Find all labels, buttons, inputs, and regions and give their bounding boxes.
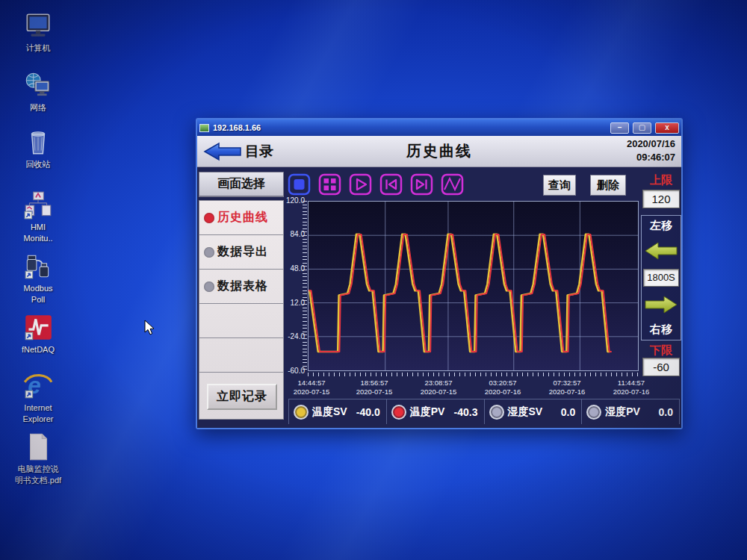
radio-dot-icon — [204, 213, 214, 223]
window-app-icon — [199, 124, 209, 132]
desktop-icon-fnetdaq[interactable]: fNetDAQ — [6, 312, 70, 355]
humidity-sv-swatch-icon — [489, 405, 504, 420]
legend-item-humidity-pv[interactable]: 湿度PV 0.0 — [582, 399, 680, 424]
internet-explorer-icon: e — [22, 370, 54, 402]
desktop-icon-label: 电脑监控说 — [18, 464, 59, 474]
legend-value: 0.0 — [561, 406, 575, 418]
legend-label: 湿度SV — [508, 405, 543, 419]
time-text: 09:46:07 — [627, 151, 675, 164]
desktop-icon-label2: 明书文档.pdf — [15, 476, 61, 485]
x-tick-label: 18:56:572020-07-15 — [344, 379, 404, 396]
desktop-icon-label: HMI — [31, 223, 46, 232]
desktop-icon-label: Internet — [24, 403, 52, 413]
sidebar-panel: 历史曲线 数据导出 数据表格 立即记录 — [199, 200, 284, 420]
sidebar-item-data-table[interactable]: 数据表格 — [199, 270, 283, 304]
upper-limit-value[interactable]: 120 — [642, 190, 680, 208]
sidebar-empty-row — [199, 304, 283, 338]
legend-label: 温度SV — [312, 405, 347, 419]
desktop-icon-recycle-bin[interactable]: 回收站 — [6, 127, 70, 169]
trend-chart-plot[interactable] — [308, 201, 639, 371]
computer-icon — [22, 10, 54, 42]
radio-dot-icon — [204, 247, 214, 258]
upper-limit-label: 上限 — [641, 173, 681, 187]
pan-left-label: 左移 — [650, 219, 672, 233]
query-button[interactable]: 查询 — [543, 175, 576, 196]
legend-item-temp-sv[interactable]: 温度SV -40.0 — [288, 399, 387, 424]
hmi-header: 目录 历史曲线 2020/07/16 09:46:07 — [197, 136, 681, 167]
pan-interval-value[interactable]: 1800S — [643, 269, 679, 287]
minimize-button[interactable]: – — [610, 122, 629, 134]
network-icon — [22, 70, 54, 102]
desktop-icon-label: 计算机 — [26, 43, 51, 53]
x-tick-label: 11:44:572020-07-16 — [601, 379, 661, 396]
legend-value: 0.0 — [659, 406, 673, 418]
temp-sv-swatch-icon — [294, 405, 309, 420]
grid-view-icon[interactable] — [318, 173, 341, 196]
trend-curves — [309, 202, 638, 370]
window-titlebar[interactable]: 192.168.1.66 – ▢ x — [197, 119, 681, 136]
chart-toolbar — [288, 173, 464, 196]
window-title: 192.168.1.66 — [213, 123, 607, 132]
pan-right-arrow-icon[interactable] — [644, 295, 678, 314]
x-tick-label: 03:20:572020-07-16 — [473, 379, 533, 396]
sidebar-item-label: 历史曲线 — [217, 210, 268, 225]
hmi-monitor-icon — [22, 190, 54, 221]
sidebar-item-label: 数据表格 — [217, 279, 268, 294]
fnetdaq-icon — [22, 312, 54, 343]
stop-display-icon[interactable] — [288, 173, 311, 196]
y-tick-label: -24.0 — [272, 332, 305, 340]
y-tick-label: 48.0 — [272, 264, 305, 273]
x-tick-label: 23:08:572020-07-15 — [409, 379, 468, 396]
x-axis-tick-ruler — [308, 373, 639, 376]
desktop-icon-hmi-monitor[interactable]: HMI Monitu.. — [6, 190, 70, 243]
desktop-icon-network[interactable]: 网络 — [6, 70, 70, 113]
maximize-button[interactable]: ▢ — [633, 122, 651, 134]
sidebar-header: 画面选择 — [199, 172, 284, 197]
skip-to-end-icon[interactable] — [410, 173, 433, 196]
pan-panel: 左移 1800S 右移 — [641, 215, 681, 340]
desktop-icon-label: 网络 — [30, 103, 46, 113]
recycle-bin-icon — [22, 127, 54, 158]
desktop-icon-internet-explorer[interactable]: e Internet Explorer — [6, 370, 70, 424]
skip-to-start-icon[interactable] — [379, 173, 403, 196]
desktop-icon-label2: Monitu.. — [23, 234, 52, 243]
legend-item-humidity-sv[interactable]: 湿度SV 0.0 — [485, 399, 583, 424]
record-now-button[interactable]: 立即记录 — [207, 384, 277, 410]
desktop-icon-label2: Explorer — [23, 414, 54, 424]
curve-legend: 温度SV -40.0 温度PV -40.3 湿度SV 0.0 湿度PV 0.0 — [288, 399, 680, 424]
lower-limit-label: 下限 — [641, 343, 681, 358]
sidebar-item-data-export[interactable]: 数据导出 — [199, 235, 283, 270]
y-tick-label: 120.0 — [272, 196, 305, 205]
datetime-display: 2020/07/16 09:46:07 — [627, 137, 675, 164]
desktop-icon-modbus-poll[interactable]: Modbus Poll — [6, 251, 70, 305]
y-axis-tick-ruler — [303, 201, 307, 371]
sidebar-empty-row — [199, 338, 283, 373]
desktop-icon-pdf-document[interactable]: 电脑监控说 明书文档.pdf — [6, 432, 70, 485]
delete-button[interactable]: 删除 — [590, 175, 626, 196]
desktop: 计算机 网络 回收站 — [0, 0, 747, 560]
pan-right-label: 右移 — [650, 323, 672, 337]
desktop-icon-label2: Poll — [31, 295, 45, 305]
pan-left-arrow-icon[interactable] — [644, 241, 678, 261]
y-tick-label: -60.0 — [272, 367, 305, 375]
legend-label: 湿度PV — [605, 405, 640, 419]
page-title: 历史曲线 — [197, 141, 681, 161]
lower-limit-value[interactable]: -60 — [642, 358, 680, 376]
desktop-icon-label: 回收站 — [26, 160, 51, 169]
mouse-cursor — [144, 320, 156, 336]
play-icon[interactable] — [349, 173, 372, 196]
x-tick-label: 07:32:572020-07-16 — [537, 379, 597, 396]
legend-value: -40.0 — [356, 406, 380, 418]
sidebar-item-history-curve[interactable]: 历史曲线 — [199, 201, 283, 235]
desktop-icon-label: fNetDAQ — [22, 345, 55, 355]
humidity-pv-swatch-icon — [586, 405, 601, 420]
hmi-window: 192.168.1.66 – ▢ x 目录 历史曲线 2020/07/16 09… — [196, 118, 683, 429]
desktop-icon-computer[interactable]: 计算机 — [6, 10, 70, 53]
temp-pv-swatch-icon — [391, 405, 406, 420]
curve-display-icon[interactable] — [441, 173, 464, 196]
y-tick-label: 84.0 — [272, 230, 305, 238]
radio-dot-icon — [204, 281, 214, 292]
legend-label: 温度PV — [410, 405, 445, 419]
close-button[interactable]: x — [655, 122, 679, 134]
legend-item-temp-pv[interactable]: 温度PV -40.3 — [387, 399, 485, 424]
